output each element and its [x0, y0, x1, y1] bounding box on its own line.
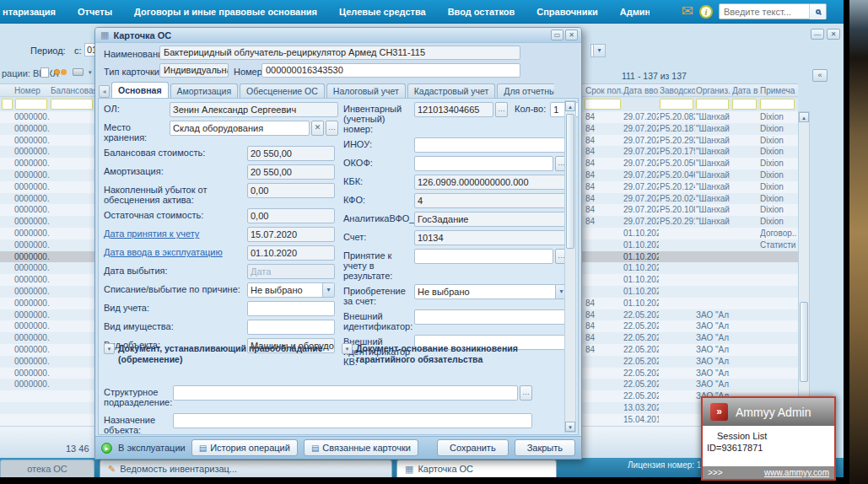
minimize-button[interactable]: —: [811, 29, 824, 40]
menu-item[interactable]: Договоры и иные правовые основания: [134, 7, 317, 17]
binoculars-icon[interactable]: [54, 69, 60, 75]
menu-items: нтаризацияОтчетыДоговоры и иные правовые…: [0, 7, 650, 17]
scroll-down-icon[interactable]: ▾: [565, 422, 575, 432]
field-input[interactable]: [414, 137, 568, 153]
taskbar-tab[interactable]: отека ОС: [0, 460, 94, 477]
filter-input[interactable]: [51, 99, 93, 110]
filter-input[interactable]: [660, 99, 693, 110]
clear-button[interactable]: ✕: [311, 121, 324, 136]
lookup-button[interactable]: …: [495, 102, 508, 117]
filter-input[interactable]: [2, 99, 13, 110]
field-input[interactable]: Не выбрано▾: [247, 282, 335, 298]
field-label: Внешний идентификатор:: [343, 309, 414, 331]
modal-scrollbar[interactable]: ▴ ▾: [564, 100, 576, 433]
table-scrollbar[interactable]: ▴ ▾: [798, 111, 810, 425]
desktop-background-sliver: [849, 0, 868, 484]
field-input[interactable]: [247, 320, 335, 335]
scrollbar-thumb[interactable]: [800, 302, 808, 382]
modal-titlebar[interactable]: ▦ Карточка ОС ▭ ✕: [95, 28, 581, 43]
scroll-up-icon[interactable]: ▴: [565, 101, 575, 111]
info-icon[interactable]: i: [699, 5, 713, 19]
column-header[interactable]: Срок пол...: [585, 86, 623, 95]
menu-item[interactable]: Целевые средства: [339, 7, 426, 17]
table-cell: 29.07.2020: [623, 112, 659, 122]
tab-Обесценение ОС[interactable]: Обесценение ОС: [240, 83, 325, 98]
menu-item[interactable]: Отчеты: [78, 7, 112, 17]
scrollbar-thumb[interactable]: [566, 114, 574, 249]
collapse-icon[interactable]: ▾: [104, 343, 115, 354]
close-button[interactable]: ✕: [827, 29, 840, 40]
field-wrap: Зенин Александр Сергеевич: [170, 102, 338, 117]
form-field-row: Амортизация:20 550,00: [104, 164, 342, 180]
form-field-row: Вид учета:: [104, 301, 342, 316]
expand-button[interactable]: >>>: [708, 468, 723, 477]
menu-item[interactable]: Справочники: [536, 7, 598, 17]
column-header[interactable]: Балансовая ст...: [51, 86, 94, 95]
taskbar-tab[interactable]: ✎Ведомость инвентаризац...: [100, 460, 392, 477]
lookup-button[interactable]: …: [326, 121, 338, 136]
field-input[interactable]: Склад оборудования: [170, 121, 310, 136]
field-input[interactable]: [247, 301, 335, 316]
field-input[interactable]: Не выбрано▾: [414, 284, 568, 299]
collapse-icon[interactable]: ▾: [342, 343, 353, 354]
printer-icon[interactable]: [73, 68, 84, 76]
card-type-input: Индивидуальная: [159, 63, 229, 78]
column-header[interactable]: Дата вво...: [623, 86, 659, 95]
filter-input[interactable]: [760, 99, 795, 110]
copy-icon[interactable]: [40, 67, 49, 78]
taskbar-tab[interactable]: ▦Карточка ОС: [396, 460, 557, 477]
column-header[interactable]: Дата вы...: [732, 86, 758, 95]
table-cell: ЗАО "Ал...: [696, 357, 730, 367]
search-icon: [816, 9, 821, 14]
field-input[interactable]: [173, 385, 518, 401]
period-from-label: с:: [74, 46, 82, 56]
tab-scroll-left-icon[interactable]: ◂: [99, 85, 110, 98]
table-cell: P5.20.179: [660, 147, 695, 157]
table-cell: Dixion: [760, 217, 796, 227]
mail-icon[interactable]: ✉: [682, 4, 693, 19]
scroll-up-icon[interactable]: ▴: [799, 112, 809, 122]
linked-cards-button[interactable]: ▤Связанные карточки: [304, 439, 418, 456]
printer-dropdown-icon[interactable]: ▾: [89, 69, 92, 76]
field-label: КФО:: [343, 193, 414, 208]
modal-close-icon[interactable]: ✕: [565, 30, 578, 40]
tab-Для отчетных форм[interactable]: Для отчетных форм: [497, 83, 554, 98]
menu-item[interactable]: нтаризация: [3, 7, 56, 17]
filter-combobox[interactable]: ▾: [590, 44, 606, 57]
field-input[interactable]: [414, 249, 553, 264]
column-header[interactable]: Заводско...: [660, 86, 695, 95]
field-link[interactable]: Дата ввода в эксплуатацию: [104, 245, 247, 261]
field-link[interactable]: Дата принятия к учету: [104, 227, 247, 242]
dropdown-arrow-icon[interactable]: ▾: [322, 283, 334, 297]
filter-input[interactable]: [732, 99, 757, 110]
tab-Амортизация[interactable]: Амортизация: [170, 83, 239, 98]
tab-Основная[interactable]: Основная: [111, 82, 169, 98]
ammyy-titlebar[interactable]: » Ammyy Admin: [703, 398, 834, 426]
search-input[interactable]: [720, 5, 809, 19]
column-header[interactable]: Номер: [14, 86, 48, 95]
table-cell: 29.07.2020: [623, 136, 659, 146]
menu-item[interactable]: Ввод остатков: [448, 7, 515, 17]
field-wrap: Склад оборудования✕…: [170, 121, 338, 143]
collapse-panel-button[interactable]: «: [812, 69, 828, 82]
search-button[interactable]: [809, 4, 826, 19]
lookup-button[interactable]: …: [520, 385, 532, 401]
history-button[interactable]: ▤История операций: [191, 439, 298, 456]
card-number-input[interactable]: 000000016343530: [261, 63, 520, 78]
filter-input[interactable]: [585, 99, 621, 110]
filter-input[interactable]: [15, 99, 47, 110]
tab-Налоговый учет[interactable]: Налоговый учет: [326, 83, 406, 98]
menu-item[interactable]: Администрирование: [620, 7, 650, 17]
column-header[interactable]: Примеча...: [760, 86, 795, 95]
license-text: Лицензия номер: 116: [628, 460, 710, 470]
field-input[interactable]: [414, 309, 568, 325]
filter-input[interactable]: [696, 99, 729, 110]
field-input[interactable]: [173, 413, 532, 428]
save-button[interactable]: Сохранить: [437, 439, 509, 456]
column-header[interactable]: Организ...: [696, 86, 731, 95]
field-input[interactable]: [414, 156, 553, 171]
modal-minimize-icon[interactable]: ▭: [551, 30, 563, 40]
close-button[interactable]: Закрыть: [515, 439, 575, 456]
ammyy-url-link[interactable]: www.ammyy.com: [764, 468, 829, 477]
tab-Кадастровый учет[interactable]: Кадастровый учет: [407, 83, 496, 98]
